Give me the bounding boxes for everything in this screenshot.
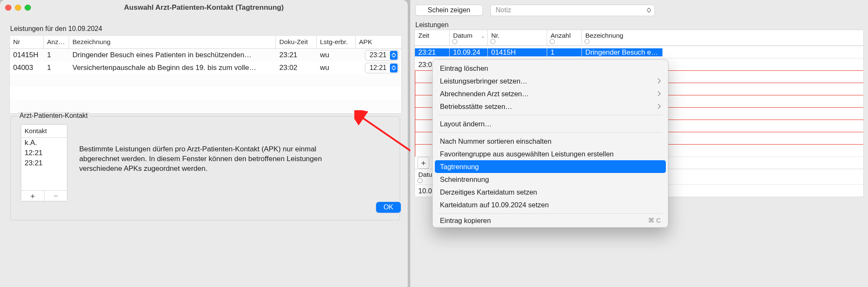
column-radio[interactable] — [584, 39, 590, 44]
kontakt-buttons: ＋ − — [21, 190, 67, 201]
apk-stepper[interactable]: 23:21 — [365, 50, 399, 61]
menu-item-karteidatum-auf-datum[interactable]: Karteidatum auf 10.09.2024 setzen — [435, 198, 666, 211]
zoom-icon[interactable] — [25, 5, 31, 11]
column-radio[interactable] — [550, 39, 555, 44]
cell-erb: wu — [317, 64, 356, 72]
list-item[interactable]: 23:21 — [21, 158, 67, 168]
col-bez[interactable]: Bezeichnung — [582, 30, 662, 45]
services-date-label: Leistungen für den 10.09.2024 — [0, 16, 408, 34]
menu-label: Karteidatum auf 10.09.2024 setzen — [440, 201, 549, 209]
cell-doku: 23:21 — [276, 51, 317, 59]
schein-zeigen-button[interactable]: Schein zeigen — [415, 5, 483, 16]
col-datum[interactable]: Datum ⌄ — [450, 30, 488, 45]
col-apk[interactable]: APK — [356, 36, 402, 48]
remove-button[interactable]: − — [45, 191, 67, 201]
list-item[interactable]: 12:21 — [21, 148, 67, 158]
menu-separator — [438, 115, 662, 115]
cell-bez: Dringender Besuch eines Patienten in bes… — [69, 51, 276, 59]
cell-zeit: 23:21 — [415, 48, 450, 56]
kontakt-items: k.A. 12:21 23:21 — [21, 138, 67, 190]
menu-label: Favoritengruppe aus ausgewählten Leistun… — [440, 150, 614, 158]
leistungen-label: Leistungen — [410, 19, 868, 30]
chevron-right-icon — [657, 103, 661, 111]
menu-item-eintrag-loeschen[interactable]: Eintrag löschen — [435, 62, 666, 75]
menu-label: Eintrag löschen — [440, 64, 488, 72]
col-anz[interactable]: Anz… — [44, 36, 69, 48]
shortcut-label: ⌘ C — [648, 217, 661, 224]
table-row[interactable]: 04003 1 Versichertenpauschale ab Beginn … — [10, 61, 401, 74]
menu-item-sort-by-number[interactable]: Nach Nummer sortieren einschalten — [435, 135, 666, 148]
table-row[interactable]: 23:21 10.09.24 01415H 1 Dringender Besuc… — [415, 46, 863, 58]
col-nr[interactable]: Nr. — [488, 30, 547, 45]
menu-label: Layout ändern… — [440, 120, 492, 128]
menu-label: Scheintrennung — [440, 176, 489, 184]
menu-item-scheintrennung[interactable]: Scheintrennung — [435, 173, 666, 186]
cell-apk: 12:21 — [356, 63, 402, 73]
col-doku[interactable]: Doku-Zeit — [276, 36, 317, 48]
table-row[interactable]: 01415H 1 Dringender Besuch eines Patient… — [10, 49, 401, 61]
explain-text: Bestimmte Leistungen dürfen pro Arzt-Pat… — [79, 145, 334, 174]
chevron-updown-icon — [645, 6, 653, 15]
close-icon[interactable] — [5, 5, 11, 11]
stepper-updown-icon[interactable] — [390, 51, 398, 60]
cell-nr: 04003 — [10, 64, 44, 72]
window-controls — [5, 5, 31, 11]
cell-doku: 23:02 — [276, 64, 317, 72]
services-table: Nr Anz… Bezeichnung Doku-Zeit Lstg-erbr.… — [9, 35, 402, 114]
kontakt-list: Kontakt k.A. 12:21 23:21 ＋ − — [21, 124, 67, 201]
table-body: 01415H 1 Dringender Besuch eines Patient… — [10, 49, 401, 113]
column-radio[interactable] — [452, 39, 457, 44]
column-radio[interactable] — [490, 39, 495, 44]
dialog-tagtrennung: Auswahl Arzt-Patienten-Kontakt (Tagtrenn… — [0, 0, 408, 287]
add-row-button[interactable]: ＋ — [417, 157, 429, 169]
ok-button[interactable]: OK — [376, 202, 401, 213]
menu-separator — [438, 213, 662, 214]
cell-bez: Versichertenpauschale ab Beginn des 19. … — [69, 64, 276, 72]
cell-anz: 1 — [44, 51, 69, 59]
groupbox-title: Arzt-Patienten-Kontakt — [18, 112, 89, 120]
kontakt-header[interactable]: Kontakt — [21, 125, 67, 138]
menu-item-tagtrennung[interactable]: Tagtrennung — [435, 160, 666, 173]
col-nr[interactable]: Nr — [10, 36, 44, 48]
chevron-right-icon — [657, 90, 661, 98]
notiz-placeholder: Notiz — [496, 6, 511, 14]
minimize-icon[interactable] — [15, 5, 21, 11]
menu-label: Derzeitiges Karteidatum setzen — [440, 188, 537, 196]
cell-bez: Dringender Besuch eine — [582, 48, 662, 56]
col-zeit[interactable]: Zeit — [415, 30, 450, 45]
menu-separator — [438, 132, 662, 133]
apk-groupbox: Arzt-Patienten-Kontakt Kontakt k.A. 12:2… — [10, 112, 400, 220]
sort-indicator-icon: ⌄ — [481, 33, 485, 39]
menu-item-layout[interactable]: Layout ändern… — [435, 117, 666, 130]
right-table-header: Zeit Datum ⌄ Nr. Anzahl Bezeichnung — [415, 30, 863, 46]
stepper-updown-icon[interactable] — [390, 64, 398, 72]
titlebar — [0, 0, 408, 16]
cell-erb: wu — [317, 51, 356, 59]
menu-label: Abrechnenden Arzt setzen… — [440, 90, 529, 98]
cell-anz: 1 — [44, 64, 69, 72]
menu-item-eintrag-kopieren[interactable]: Eintrag kopieren ⌘ C — [435, 216, 666, 225]
table-header: Nr Anz… Bezeichnung Doku-Zeit Lstg-erbr.… — [10, 36, 401, 49]
col-bez[interactable]: Bezeichnung — [69, 36, 276, 48]
col-erb[interactable]: Lstg-erbr. — [317, 36, 356, 48]
menu-label: Nach Nummer sortieren einschalten — [440, 137, 551, 145]
chevron-right-icon — [657, 77, 661, 85]
list-item[interactable]: k.A. — [21, 138, 67, 148]
notiz-select[interactable]: Notiz — [490, 5, 655, 16]
menu-item-favoritengruppe[interactable]: Favoritengruppe aus ausgewählten Leistun… — [435, 148, 666, 160]
apk-value: 12:21 — [370, 64, 387, 72]
menu-label: Leistungserbringer setzen… — [440, 77, 527, 85]
cell-nr: 01415H — [488, 48, 547, 56]
col-anzahl[interactable]: Anzahl — [547, 30, 582, 45]
menu-item-abrechnender-arzt[interactable]: Abrechnenden Arzt setzen… — [435, 87, 666, 100]
apk-stepper[interactable]: 12:21 — [365, 63, 399, 73]
menu-item-betriebsstaette[interactable]: Betriebsstätte setzen… — [435, 100, 666, 113]
menu-item-derzeitiges-karteidatum[interactable]: Derzeitiges Karteidatum setzen — [435, 186, 666, 198]
right-toolbar: Schein zeigen Notiz — [410, 0, 868, 19]
table-empty-area — [10, 74, 401, 113]
menu-item-leistungserbringer[interactable]: Leistungserbringer setzen… — [435, 75, 666, 87]
add-button[interactable]: ＋ — [21, 191, 45, 201]
column-radio[interactable] — [417, 178, 423, 183]
cell-nr: 01415H — [10, 51, 44, 59]
menu-label: Tagtrennung — [440, 163, 479, 171]
